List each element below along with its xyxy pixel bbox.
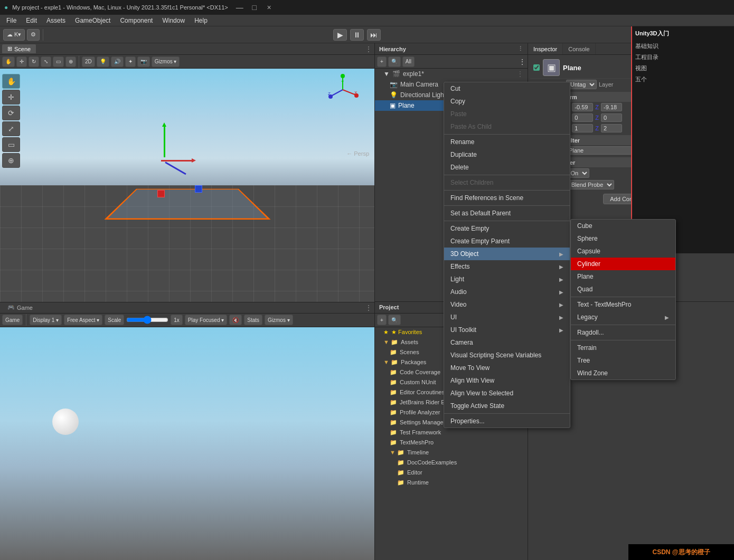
lp-dropdown[interactable]: Blend Probe [567,180,614,189]
mute-btn[interactable]: 🔇 [229,315,242,325]
scale-tool[interactable]: ⤡ [41,56,51,67]
proj-test-fw[interactable]: 📁 Test Framework [375,428,528,438]
ctx-ui[interactable]: UI ▶ [444,311,570,324]
ctx-delete[interactable]: Delete [444,161,570,174]
pause-button[interactable]: ⏸ [350,29,364,41]
ctx-audio[interactable]: Audio ▶ [444,286,570,298]
rot-y-field[interactable]: 0 [572,113,593,122]
gizmos-btn3[interactable]: Gizmos ▾ [265,315,293,325]
play-button[interactable]: ▶ [333,29,347,41]
ctx-align-with-view[interactable]: Align With View [444,374,570,387]
proj-add-btn[interactable]: + [377,315,387,325]
menu-help[interactable]: Help [190,16,212,25]
sub-cube[interactable]: Cube [571,220,675,232]
sub-capsule[interactable]: Capsule [571,245,675,258]
scale-tool-btn[interactable]: ⤢ [2,121,20,136]
ctx-ui-toolkit[interactable]: UI Toolkit ▶ [444,324,570,336]
proj-doccode[interactable]: 📁 DocCodeExamples [375,458,528,468]
ctx-create-empty-parent[interactable]: Create Empty Parent [444,235,570,248]
rotate-tool[interactable]: ↻ [29,56,39,67]
rect-tool[interactable]: ▭ [53,56,64,67]
toolbar-cloud-btn[interactable]: ☁ K▾ [3,29,25,41]
pos-z-field[interactable]: -9.18 [601,103,622,111]
proj-runtime[interactable]: 📁 Runtime [375,478,528,488]
red-cube-obj[interactable] [157,190,165,197]
tag-dropdown[interactable]: Untag [566,80,597,89]
ctx-vs-vars[interactable]: Visual Scripting Scene Variables [444,349,570,362]
tab-console[interactable]: Console [563,43,595,54]
lighting-btn[interactable]: 💡 [97,56,109,67]
proj-editor[interactable]: 📁 Editor [375,468,528,478]
game-viewport[interactable] [0,327,374,561]
hand-tool[interactable]: ✋ [2,56,15,67]
tab-game[interactable]: 🎮 Game [2,303,38,312]
hier-scene-root[interactable]: ▼ 🎬 exple1* ⋮ [375,69,528,79]
tab-inspector[interactable]: Inspector [528,43,563,54]
hierarchy-all-btn[interactable]: All [402,56,415,67]
sub-wind-zone[interactable]: Wind Zone [571,367,675,379]
ctx-move-to-view[interactable]: Move To View [444,362,570,374]
ctx-select-children[interactable]: Select Children [444,176,570,189]
sub-ragdoll[interactable]: Ragdoll... [571,326,675,339]
ctx-copy[interactable]: Copy [444,95,570,108]
tab-scene[interactable]: ⊞ Scene [2,44,36,53]
ctx-paste[interactable]: Paste [444,108,570,120]
fx-btn[interactable]: ✦ [125,56,136,67]
combo-tool-btn[interactable]: ⊕ [2,153,20,168]
scene-cam-btn[interactable]: 📷 [137,56,150,67]
scale-y-field[interactable]: 1 [572,124,593,132]
pos-x-field[interactable]: -0.59 [572,103,593,111]
hand-tool-btn[interactable]: ✋ [2,74,20,89]
scale-slider[interactable] [126,316,168,324]
sub-plane[interactable]: Plane [571,270,675,283]
toolbar-collab-btn[interactable]: ⚙ [27,29,40,41]
rotate-tool-btn[interactable]: ⟳ [2,106,20,120]
ctx-create-empty[interactable]: Create Empty [444,222,570,235]
menu-edit[interactable]: Edit [22,16,41,25]
menu-window[interactable]: Window [158,16,189,25]
menu-file[interactable]: File [2,16,21,25]
audio-btn[interactable]: 🔊 [111,56,124,67]
gizmos-btn2[interactable]: Gizmos ▾ [152,56,180,67]
2d-btn[interactable]: 2D [82,56,95,67]
obj-active-toggle[interactable] [533,64,540,71]
ctx-video[interactable]: Video ▶ [444,298,570,311]
close-button[interactable]: × [262,0,277,15]
ctx-camera[interactable]: Camera [444,336,570,349]
hierarchy-menu-btn[interactable]: ⋮ [519,58,525,65]
step-button[interactable]: ⏭ [367,29,381,41]
side-line-3[interactable]: 视图 [635,63,731,74]
ctx-duplicate[interactable]: Duplicate [444,148,570,161]
scene-options-icon[interactable]: ⋮ [517,70,523,78]
blue-cube-obj[interactable] [195,185,202,193]
side-line-1[interactable]: 基础知识 [635,41,731,52]
sub-cylinder[interactable]: Cylinder [571,258,675,270]
sub-legacy[interactable]: Legacy ▶ [571,311,675,324]
hierarchy-search-btn[interactable]: 🔍 [388,56,401,67]
sub-terrain[interactable]: Terrain [571,341,675,354]
proj-textmeshpro[interactable]: 📁 TextMeshPro [375,438,528,448]
minimize-button[interactable]: — [232,0,247,15]
sub-tree[interactable]: Tree [571,354,675,367]
ctx-properties[interactable]: Properties... [444,415,570,428]
scale-z-field[interactable]: 2 [601,124,622,132]
rot-z-field[interactable]: 0 [601,113,622,122]
stats-btn[interactable]: Stats [244,315,262,325]
ctx-toggle-active[interactable]: Toggle Active State [444,400,570,412]
scene-orientation-gizmo[interactable]: Y X Z [327,74,359,106]
move-tool[interactable]: ✛ [16,56,27,67]
sub-quad[interactable]: Quad [571,283,675,296]
rect-tool-btn[interactable]: ▭ [2,137,20,152]
sub-sphere[interactable]: Sphere [571,232,675,245]
ctx-rename[interactable]: Rename [444,136,570,148]
proj-search-btn[interactable]: 🔍 [388,315,401,325]
display-dropdown[interactable]: Display 1 ▾ [30,315,62,325]
ctx-light[interactable]: Light ▶ [444,273,570,286]
aspect-dropdown[interactable]: Free Aspect ▾ [64,315,102,325]
ctx-find-refs[interactable]: Find References in Scene [444,192,570,204]
game-options-btn[interactable]: ⋮ [365,303,372,312]
play-focused-btn[interactable]: Play Focused ▾ [185,315,227,325]
ctx-default-parent[interactable]: Set as Default Parent [444,207,570,220]
transform-tool[interactable]: ⊕ [65,56,76,67]
ctx-3d-object[interactable]: 3D Object ▶ [444,248,570,260]
